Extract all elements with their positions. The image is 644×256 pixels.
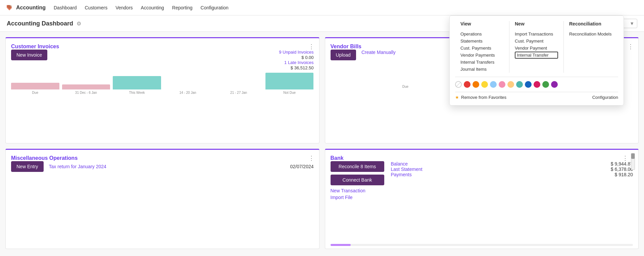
- customer-invoices-body: New Invoice 9 Unpaid Invoices $ 0.00 1 L…: [11, 50, 314, 70]
- swatch-purple[interactable]: [551, 81, 558, 88]
- page-title: Accounting Dashboard: [7, 20, 73, 27]
- vendor-bills-menu-icon[interactable]: ⋮: [628, 43, 634, 50]
- customer-invoices-menu-icon[interactable]: ⋮: [308, 43, 314, 50]
- bar-dec-jan: 31 Dec - 6 Jan: [62, 84, 110, 94]
- dropdown-reconciliation-models[interactable]: Reconciliation Models: [569, 30, 613, 38]
- logo-icon: [5, 4, 13, 12]
- bar-this-week-bar: [113, 76, 161, 89]
- app-logo[interactable]: Accounting: [5, 4, 46, 12]
- swatch-pink[interactable]: [499, 81, 505, 88]
- misc-menu-icon[interactable]: ⋮: [308, 154, 314, 162]
- dropdown-vendor-payment[interactable]: Vendor Payment: [515, 45, 558, 52]
- bank-horizontal-scrollbar[interactable]: [331, 244, 633, 246]
- bar-jan21: 21 - 27 Jan: [214, 89, 263, 94]
- dropdown-vendor-payments[interactable]: Vendor Payments: [460, 52, 504, 59]
- swatch-yellow[interactable]: [481, 81, 488, 88]
- dropdown-journal-items[interactable]: Journal Items: [460, 66, 504, 73]
- swatch-teal[interactable]: [516, 81, 523, 88]
- swatch-none[interactable]: [455, 81, 462, 88]
- gear-icon[interactable]: ⚙: [77, 20, 81, 27]
- vbar-due-label: Due: [402, 85, 408, 88]
- unpaid-amount: $ 0.00: [301, 55, 313, 60]
- bank-stats: Balance $ 9,944.87 Last Statement $ 6,37…: [391, 161, 633, 200]
- configuration-link[interactable]: Configuration: [592, 95, 618, 100]
- bank-menu-icon[interactable]: ⋮: [622, 154, 628, 162]
- star-icon: ★: [455, 95, 459, 100]
- swatch-green[interactable]: [542, 81, 549, 88]
- dropdown-internal-transfer[interactable]: Internal Transfer: [515, 52, 558, 59]
- connect-bank-button[interactable]: Connect Bank: [331, 175, 384, 185]
- bar-due: Due: [11, 83, 59, 94]
- tax-return-link[interactable]: Tax return for January 2024: [49, 164, 285, 169]
- dropdown-reconciliation-col: Reconciliation Reconciliation Models: [564, 21, 618, 73]
- bar-due-bar: [11, 83, 59, 89]
- create-manually-area: Create Manually: [361, 50, 396, 55]
- nav-reporting[interactable]: Reporting: [172, 4, 193, 12]
- import-file-link[interactable]: Import File: [331, 195, 384, 200]
- swatch-red[interactable]: [464, 81, 470, 88]
- bank-payments-row: Payments $ 918.20: [391, 172, 633, 177]
- bank-balance-value: $ 9,944.87: [611, 161, 633, 167]
- bank-secondary-links: New Transaction Import File: [331, 188, 384, 200]
- swatch-magenta[interactable]: [534, 81, 540, 88]
- bar-jan21-label: 21 - 27 Jan: [230, 91, 247, 94]
- color-swatches: [455, 77, 618, 88]
- late-invoices-link[interactable]: 1 Late Invoices: [279, 60, 313, 65]
- dropdown-new-title: New: [515, 21, 558, 26]
- bar-this-week: This Week: [113, 76, 161, 94]
- favorites-row: ★ Remove from Favorites Configuration: [455, 92, 618, 100]
- bar-not-due-bar: [265, 73, 314, 89]
- page-title-area: Accounting Dashboard ⚙: [7, 20, 81, 27]
- nav-customers[interactable]: Customers: [85, 4, 108, 12]
- bar-jan14-label: 14 - 20 Jan: [180, 91, 196, 94]
- customer-invoices-title: Customer Invoices: [11, 44, 59, 49]
- dropdown-view-title: View: [460, 21, 504, 26]
- dropdown-reconciliation-title: Reconciliation: [569, 21, 613, 26]
- nav-accounting[interactable]: Accounting: [141, 4, 164, 12]
- nav-dashboard[interactable]: Dashboard: [54, 4, 77, 12]
- bar-not-due-label: Not Due: [283, 91, 296, 94]
- dropdown-statements[interactable]: Statements: [460, 38, 504, 45]
- bank-last-statement-row: Last Statement $ 6,378.00: [391, 167, 633, 172]
- nav-configuration[interactable]: Configuration: [201, 4, 229, 12]
- invoice-button-area: New Invoice: [11, 50, 47, 60]
- swatch-peach[interactable]: [507, 81, 514, 88]
- bank-scrollbar-thumb: [631, 153, 635, 159]
- vendor-bills-title: Vendor Bills: [331, 44, 361, 49]
- bank-primary-actions: Reconcile 8 Items Connect Bank: [331, 161, 384, 185]
- invoice-bar-chart: Due 31 Dec - 6 Jan This Week 14 - 20 Jan…: [11, 74, 314, 94]
- dropdown-internal-transfers[interactable]: Internal Transfers: [460, 59, 504, 66]
- reconcile-button[interactable]: Reconcile 8 Items: [331, 161, 384, 172]
- upload-button[interactable]: Upload: [331, 50, 356, 60]
- bar-this-week-label: This Week: [129, 91, 145, 94]
- swatch-dark-blue[interactable]: [525, 81, 532, 88]
- new-invoice-button[interactable]: New Invoice: [11, 50, 47, 60]
- dropdown-columns: View Operations Statements Cust. Payment…: [455, 21, 618, 73]
- bank-card: Bank ⋮ Reconcile 8 Items Connect Bank Ne…: [325, 149, 639, 249]
- bank-payments-value: $ 918.20: [615, 172, 633, 177]
- unpaid-invoices-link[interactable]: 9 Unpaid Invoices: [279, 50, 313, 55]
- new-entry-button[interactable]: New Entry: [11, 161, 44, 172]
- dropdown-operations[interactable]: Operations: [460, 30, 504, 38]
- dropdown-cust-payment[interactable]: Cust. Payment: [515, 38, 558, 45]
- bar-due-label: Due: [32, 91, 38, 94]
- dropdown-menu: View Operations Statements Cust. Payment…: [449, 15, 624, 106]
- remove-favorites[interactable]: ★ Remove from Favorites: [455, 95, 506, 100]
- nav-vendors[interactable]: Vendors: [115, 4, 133, 12]
- bank-card-inner: Reconcile 8 Items Connect Bank New Trans…: [331, 161, 633, 200]
- late-amount: $ 36,512.50: [291, 65, 314, 70]
- app-name: Accounting: [16, 5, 46, 11]
- bank-payments-label: Payments: [391, 172, 412, 177]
- swatch-orange[interactable]: [473, 81, 479, 88]
- invoice-stats: 9 Unpaid Invoices $ 0.00 1 Late Invoices…: [279, 50, 313, 70]
- misc-title: Miscellaneous Operations: [11, 155, 78, 161]
- create-manually-link[interactable]: Create Manually: [361, 50, 396, 55]
- dropdown-cust-payments[interactable]: Cust. Payments: [460, 45, 504, 52]
- bank-balance-label: Balance: [391, 161, 408, 167]
- search-dropdown-icon[interactable]: ▼: [630, 21, 634, 26]
- dropdown-import-transactions[interactable]: Import Transactions: [515, 30, 558, 38]
- new-transaction-link[interactable]: New Transaction: [331, 188, 384, 193]
- bank-last-statement-value: $ 6,378.00: [611, 167, 633, 172]
- swatch-light-blue[interactable]: [490, 81, 497, 88]
- bank-scrollbar[interactable]: [631, 153, 635, 170]
